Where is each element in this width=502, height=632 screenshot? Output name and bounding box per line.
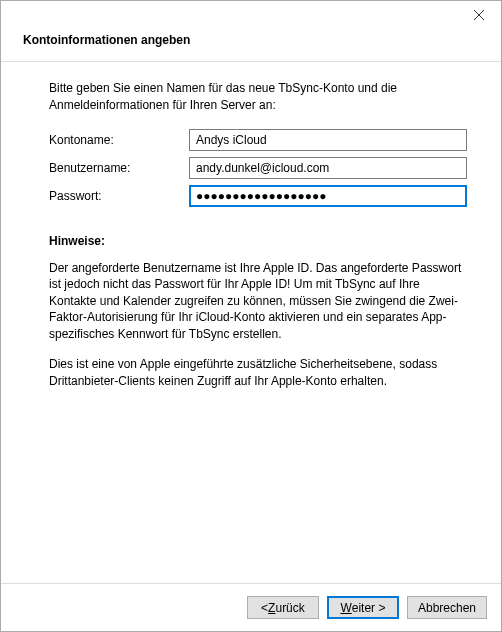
next-button[interactable]: Weiter >: [327, 596, 399, 619]
dialog-footer: < Zurück Weiter > Abbrechen: [1, 583, 501, 631]
intro-text: Bitte geben Sie einen Namen für das neue…: [49, 80, 467, 113]
label-account: Kontoname:: [49, 132, 189, 149]
input-username[interactable]: [189, 157, 467, 179]
titlebar: [1, 1, 501, 31]
dialog-title: Kontoinformationen angeben: [1, 31, 501, 62]
row-username: Benutzername:: [49, 157, 467, 179]
dialog-window: Kontoinformationen angeben Bitte geben S…: [0, 0, 502, 632]
label-username: Benutzername:: [49, 160, 189, 177]
back-prefix: <: [261, 601, 268, 615]
input-password[interactable]: [189, 185, 467, 207]
row-password: Passwort:: [49, 185, 467, 207]
back-accel: Z: [268, 601, 275, 615]
close-icon: [474, 10, 484, 20]
input-account[interactable]: [189, 129, 467, 151]
next-accel: W: [340, 601, 351, 615]
row-account: Kontoname:: [49, 129, 467, 151]
next-rest: eiter >: [352, 601, 386, 615]
back-button[interactable]: < Zurück: [247, 596, 319, 619]
hints-paragraph-2: Dies ist eine von Apple eingeführte zusä…: [49, 356, 467, 389]
cancel-button[interactable]: Abbrechen: [407, 596, 487, 619]
label-password: Passwort:: [49, 188, 189, 205]
hints-title: Hinweise:: [49, 233, 467, 250]
back-rest: urück: [275, 601, 304, 615]
hints-paragraph-1: Der angeforderte Benutzername ist Ihre A…: [49, 260, 467, 343]
dialog-content: Bitte geben Sie einen Namen für das neue…: [1, 62, 501, 583]
close-button[interactable]: [456, 1, 501, 29]
